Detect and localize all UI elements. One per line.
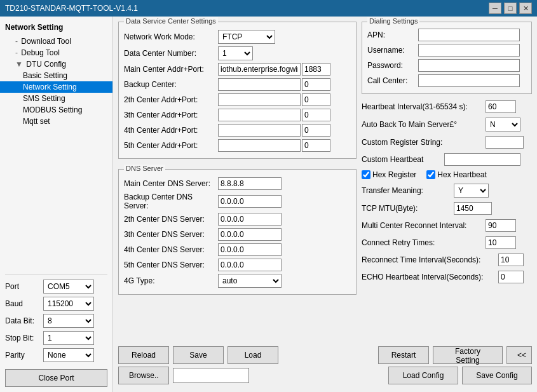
browse-button[interactable]: Browse.. — [118, 367, 169, 384]
center3-port-input[interactable] — [302, 109, 330, 121]
data-center-number-select[interactable]: 12345 — [218, 46, 253, 60]
center4-port-input[interactable] — [302, 124, 330, 137]
databit-row: Data Bit: 8 — [5, 314, 107, 328]
sidebar-item-mqtt-set[interactable]: Mqtt set — [0, 116, 112, 127]
window-controls: ─ □ ✕ — [489, 3, 532, 14]
dns2-input[interactable] — [218, 213, 282, 226]
sidebar-label-download-tool: Download Tool — [21, 37, 71, 46]
center4-addr-input[interactable] — [218, 124, 301, 137]
sidebar-item-dtu-config[interactable]: ▼ DTU Config — [0, 58, 112, 70]
center5-addr-input[interactable] — [218, 139, 301, 152]
browse-path-input[interactable] — [173, 368, 249, 383]
heartbeat-row: Heartbeat Interval(31-65534 s): — [362, 100, 532, 113]
echo-heartbeat-input[interactable] — [498, 271, 524, 283]
arrow-button[interactable]: << — [506, 346, 532, 364]
center2-row: 2th Center Addr+Port: — [124, 93, 351, 106]
backup-center-port-input[interactable] — [302, 78, 330, 91]
apn-row: APN: — [367, 29, 526, 41]
transfer-meaning-row: Transfer Meaning: YN — [362, 184, 532, 198]
load-config-button[interactable]: Load Config — [388, 367, 458, 384]
hex-heartbeat-checkbox[interactable] — [426, 170, 435, 179]
main-center-addr-input[interactable] — [218, 63, 301, 76]
custom-heartbeat-input[interactable] — [444, 153, 520, 166]
transfer-meaning-select[interactable]: YN — [454, 184, 489, 198]
title-bar: TD210-STANDAR-MQTT-TOOL-V1.4.1 ─ □ ✕ — [0, 0, 537, 17]
reload-button[interactable]: Reload — [118, 346, 169, 364]
apn-input[interactable] — [418, 29, 520, 41]
reconnect-time-input[interactable] — [498, 253, 524, 266]
center5-label: 5th Center Addr+Port: — [124, 141, 218, 150]
custom-heartbeat-row: Custom Heartbeat — [362, 153, 532, 166]
sidebar-label-debug-tool: Debug Tool — [21, 48, 60, 57]
baud-select[interactable]: 115200 — [43, 297, 94, 311]
backup-center-label: Backup Center: — [124, 80, 218, 89]
maximize-button[interactable]: □ — [504, 3, 517, 14]
username-input[interactable] — [418, 44, 520, 57]
four-g-label: 4G Type: — [124, 276, 218, 285]
load-button[interactable]: Load — [228, 346, 278, 364]
heartbeat-input[interactable] — [486, 100, 516, 113]
close-button[interactable]: ✕ — [519, 3, 532, 14]
main-center-port-input[interactable] — [302, 63, 330, 76]
baud-label: Baud — [5, 299, 43, 308]
sidebar-item-network-setting[interactable]: Network Setting — [0, 81, 112, 93]
dns3-input[interactable] — [218, 228, 282, 241]
call-center-input[interactable] — [418, 74, 520, 87]
data-center-number-row: Data Center Number: 12345 — [124, 46, 351, 60]
custom-register-label: Custom Register String: — [362, 138, 486, 147]
backup-dns-input[interactable] — [218, 195, 282, 208]
hex-heartbeat-checkbox-item: Hex Heartbeat — [426, 170, 486, 179]
bottom-buttons-row2: Browse.. Load Config Save Config — [118, 365, 532, 387]
apn-label: APN: — [367, 30, 418, 39]
tcp-mtu-input[interactable] — [454, 202, 492, 215]
sidebar-label-dtu-config: DTU Config — [26, 60, 66, 69]
stopbit-label: Stop Bit: — [5, 334, 43, 342]
auto-back-label: Auto Back To Main Server£° — [362, 120, 486, 129]
custom-register-input[interactable] — [486, 136, 524, 149]
port-select[interactable]: COM5 — [43, 280, 94, 294]
sidebar-item-debug-tool[interactable]: - Debug Tool — [0, 47, 112, 58]
reconnect-time-label: Reconnect Time Interval(Seconds): — [362, 255, 498, 264]
password-label: Password: — [367, 61, 418, 70]
password-input[interactable] — [418, 59, 520, 72]
connect-retry-input[interactable] — [486, 236, 516, 249]
sidebar-item-sms-setting[interactable]: SMS Setting — [0, 93, 112, 104]
sidebar-item-basic-setting[interactable]: Basic Setting — [0, 70, 112, 81]
baud-row: Baud 115200 — [5, 297, 107, 311]
four-g-select[interactable]: auto4G only3G only2G only — [218, 274, 282, 288]
center2-port-input[interactable] — [302, 93, 330, 106]
sidebar-item-download-tool[interactable]: - Download Tool — [0, 36, 112, 47]
sidebar: Network Setting - Download Tool - Debug … — [0, 17, 113, 392]
main-dns-input[interactable] — [218, 177, 282, 190]
save-config-button[interactable]: Save Config — [462, 367, 532, 384]
sidebar-header: Network Setting — [0, 20, 112, 36]
multi-center-input[interactable] — [486, 219, 516, 232]
hex-register-checkbox[interactable] — [362, 170, 370, 179]
dns5-input[interactable] — [218, 259, 282, 271]
sidebar-item-modbus-setting[interactable]: MODBUS Setting — [0, 104, 112, 116]
network-work-mode-label: Network Work Mode: — [124, 32, 218, 41]
close-port-button[interactable]: Close Port — [5, 369, 107, 387]
backup-center-inputs — [218, 78, 330, 91]
main-dns-row: Main Center DNS Server: — [124, 177, 351, 190]
center2-label: 2th Center Addr+Port: — [124, 95, 218, 104]
stopbit-select[interactable]: 1 — [43, 331, 94, 345]
center2-addr-input[interactable] — [218, 93, 301, 106]
network-work-mode-select[interactable]: FTCPHUDPTCPUDP — [218, 30, 275, 44]
minimize-button[interactable]: ─ — [489, 3, 501, 14]
restart-button[interactable]: Restart — [378, 346, 429, 364]
auto-back-select[interactable]: NY — [486, 118, 520, 132]
backup-center-addr-input[interactable] — [218, 78, 301, 91]
connect-retry-row: Connect Retry Times: — [362, 236, 532, 249]
factory-setting-button[interactable]: Factory Setting — [433, 346, 503, 364]
hex-register-checkbox-item: Hex Register — [362, 170, 416, 179]
dialing-panel-title: Dialing Settings — [367, 17, 419, 25]
sidebar-label-mqtt-set: Mqtt set — [23, 117, 50, 126]
save-button[interactable]: Save — [173, 346, 224, 364]
dns4-label: 4th Center DNS Server: — [124, 245, 218, 254]
dns4-input[interactable] — [218, 243, 282, 256]
parity-select[interactable]: None — [43, 348, 94, 362]
databit-select[interactable]: 8 — [43, 314, 94, 328]
center5-port-input[interactable] — [302, 139, 330, 152]
center3-addr-input[interactable] — [218, 109, 301, 121]
